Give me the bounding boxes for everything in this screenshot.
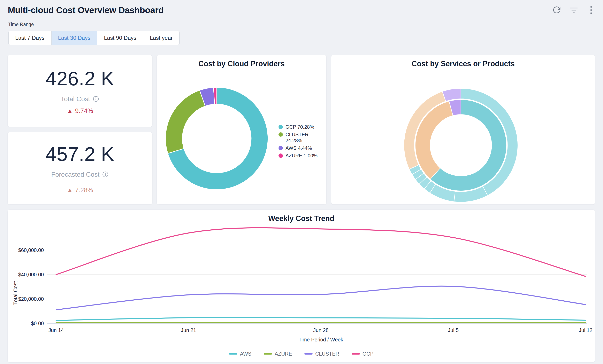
kebab-menu-icon <box>590 6 592 15</box>
info-icon[interactable] <box>93 96 99 102</box>
forecasted-cost-value: 457.2 K <box>46 143 114 165</box>
refresh-button[interactable] <box>552 6 561 15</box>
time-range-button-group: Last 7 Days Last 30 Days Last 90 Days La… <box>8 31 180 45</box>
svg-text:Time Period / Week: Time Period / Week <box>299 337 343 342</box>
filter-icon <box>569 7 578 13</box>
filter-button[interactable] <box>569 6 578 15</box>
trend-legend-item-cluster[interactable]: CLUSTER <box>304 351 339 357</box>
trend-legend-item-gcp[interactable]: GCP <box>352 351 374 357</box>
cloud-providers-legend: GCP 70.28% CLUSTER 24.28% AWS 4.44% AZUR… <box>278 124 323 159</box>
aws-legend-dot <box>278 146 283 150</box>
svg-text:Jun 28: Jun 28 <box>313 327 329 333</box>
refresh-icon <box>553 6 561 14</box>
weekly-cost-trend-chart[interactable]: $0.00$20,000.00$40,000.00$60,000.00Jun 1… <box>8 210 595 362</box>
trend-legend: AWSAZURECLUSTERGCP <box>8 351 595 357</box>
svg-text:Jul 12: Jul 12 <box>579 327 592 333</box>
page-header: Multi-cloud Cost Overview Dashboard <box>8 3 596 17</box>
time-range-last-90-days[interactable]: Last 90 Days <box>97 31 143 45</box>
trend-legend-label: AZURE <box>275 351 292 357</box>
svg-text:Total Cost: Total Cost <box>12 281 18 305</box>
trend-legend-label: CLUSTER <box>315 351 339 357</box>
svg-text:Jun 21: Jun 21 <box>181 327 196 333</box>
forecasted-cost-delta: 7.28% <box>75 187 93 194</box>
svg-text:Jul 5: Jul 5 <box>448 327 459 333</box>
svg-text:$20,000.00: $20,000.00 <box>18 296 44 302</box>
total-cost-label: Total Cost <box>61 95 90 103</box>
cost-by-services-card: Cost by Services or Products <box>331 55 595 205</box>
legend-item-cluster[interactable]: CLUSTER 24.28% <box>278 132 323 143</box>
svg-text:$0.00: $0.00 <box>31 320 44 326</box>
more-menu-button[interactable] <box>587 6 596 15</box>
azure-line-swatch <box>264 353 272 354</box>
legend-item-gcp[interactable]: GCP 70.28% <box>278 124 323 130</box>
weekly-cost-trend-card: Weekly Cost Trend $0.00$20,000.00$40,000… <box>7 210 595 362</box>
total-cost-value: 426.2 K <box>46 67 114 90</box>
forecasted-cost-kpi-card: 457.2 K Forecasted Cost ▲ 7.28% <box>7 132 152 205</box>
time-range-last-year[interactable]: Last year <box>143 31 179 45</box>
svg-text:$40,000.00: $40,000.00 <box>18 272 44 277</box>
info-icon[interactable] <box>102 171 108 177</box>
legend-item-aws[interactable]: AWS 4.44% <box>278 145 323 151</box>
header-actions <box>552 6 596 15</box>
time-range-label: Time Range <box>8 22 34 27</box>
delta-up-icon: ▲ <box>67 187 73 194</box>
azure-legend-dot <box>278 154 283 158</box>
trend-legend-label: GCP <box>362 351 374 357</box>
legend-item-azure[interactable]: AZURE 1.00% <box>278 153 323 159</box>
svg-text:$60,000.00: $60,000.00 <box>18 247 44 253</box>
time-range-last-7-days[interactable]: Last 7 Days <box>9 31 51 45</box>
aws-line-swatch <box>229 353 237 354</box>
time-range-last-30-days[interactable]: Last 30 Days <box>51 31 97 45</box>
trend-legend-label: AWS <box>240 351 251 357</box>
page-title: Multi-cloud Cost Overview Dashboard <box>8 5 164 15</box>
delta-up-icon: ▲ <box>67 107 73 115</box>
total-cost-delta: 9.74% <box>75 107 93 115</box>
trend-legend-item-aws[interactable]: AWS <box>229 351 251 357</box>
cost-by-cloud-providers-card: Cost by Cloud Providers GCP 70.28% CLUST… <box>156 55 326 205</box>
gcp-legend-dot <box>278 125 283 129</box>
cluster-line-swatch <box>304 353 313 354</box>
trend-legend-item-azure[interactable]: AZURE <box>264 351 292 357</box>
gcp-line-swatch <box>352 353 360 354</box>
cluster-legend-dot <box>278 132 283 137</box>
forecasted-cost-label: Forecasted Cost <box>51 171 100 178</box>
total-cost-kpi-card: 426.2 K Total Cost ▲ 9.74% <box>7 55 152 127</box>
svg-text:Jun 14: Jun 14 <box>48 327 64 333</box>
services-sunburst-chart[interactable] <box>331 55 595 204</box>
